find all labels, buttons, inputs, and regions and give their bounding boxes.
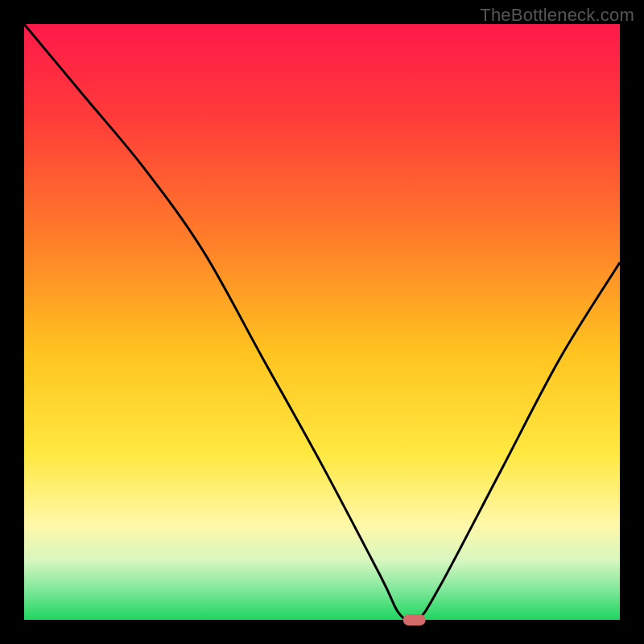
bottleneck-chart: [0, 0, 644, 644]
chart-container: TheBottleneck.com: [0, 0, 644, 644]
watermark-text: TheBottleneck.com: [480, 5, 634, 26]
plot-background: [24, 24, 620, 620]
optimal-marker: [403, 614, 426, 625]
